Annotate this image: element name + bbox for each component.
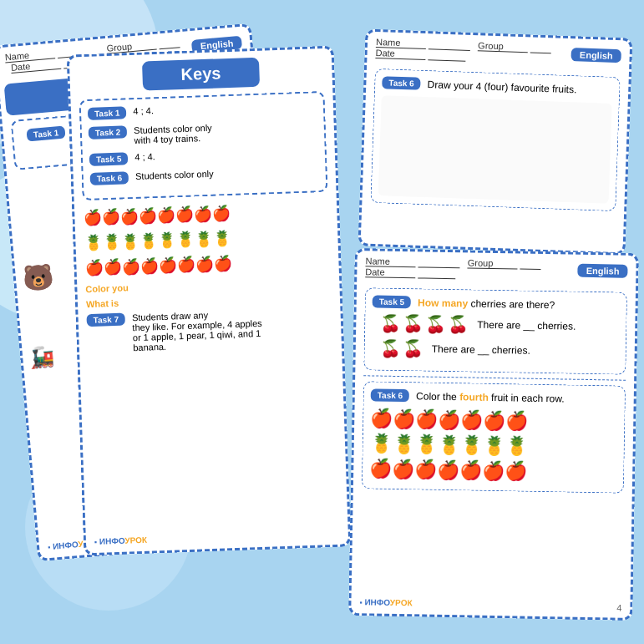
card-worksheet-3: Name Group Date English Task 6 Draw your… (358, 28, 633, 255)
cherry-row-1: 🍒🍒🍒🍒 There are __ cherries. (380, 313, 611, 337)
key-row-6: Task 6 Students color only (90, 165, 319, 185)
card3-task6-box: Task 6 Draw your 4 (four) favourite frui… (370, 68, 620, 211)
key-task2-text2: with 4 toy trains. (134, 133, 200, 145)
task5-badge-4: Task 5 (373, 295, 412, 308)
keys-title: Keys (142, 58, 260, 91)
task6-text1: Color the (416, 390, 459, 403)
card3-task6-row: Task 6 Draw your 4 (four) favourite frui… (382, 76, 612, 97)
english-badge-4: English (578, 264, 628, 278)
group-label-4: Group (468, 257, 518, 269)
task6-text2: fruit in each row. (491, 391, 565, 404)
card4-task6-row: Task 6 Color the fourth fruit in each ro… (371, 388, 618, 405)
key-task7-badge: Task 7 (86, 313, 125, 327)
key-task5-badge: Task 5 (89, 152, 129, 166)
key-task6-text: Students color only (135, 169, 214, 181)
page-number: 4 (616, 603, 621, 613)
card3-header: Name Group Date English (367, 32, 630, 73)
key-task7-text4: banana. (133, 342, 166, 352)
cherries-1: 🍒🍒🍒🍒 (380, 313, 470, 335)
cherry-text-2: There are __ cherries. (432, 343, 530, 357)
date-label-3: Date (375, 48, 425, 60)
how-many-text: How many (418, 297, 468, 309)
group-label-3: Group (478, 40, 528, 53)
name-label-4: Name (365, 256, 415, 267)
task6-text-3: Draw your 4 (four) favourite fruits. (428, 79, 577, 95)
task6-badge-4: Task 6 (371, 388, 410, 402)
train-decoration: 🚂 (28, 345, 55, 371)
card4-header: Name Group Date English (357, 251, 636, 287)
bear-decoration: 🐻 (21, 261, 54, 293)
key-task5-text: 4 ; 4. (134, 151, 155, 162)
task1-badge: Task 1 (26, 126, 66, 142)
card4-task6-box: Task 6 Color the fourth fruit in each ro… (362, 381, 626, 493)
english-badge-3: English (571, 48, 621, 63)
key-row-1: Task 1 4 ; 4. (88, 99, 317, 120)
cherry-text-1: There are __ cherries. (477, 319, 576, 332)
card-worksheet-4: Name Group Date English Task 5 How many … (348, 248, 639, 621)
cherries-2: 🍒🍒 (380, 338, 425, 359)
infoуроk-badge-4: ▪ ИНФОУРОК (359, 597, 412, 607)
cherry-row-2: 🍒🍒 There are __ cherries. (380, 338, 611, 363)
key-row-2: Task 2 Students color only with 4 toy tr… (89, 119, 318, 147)
keys-inner: Task 1 4 ; 4. Task 2 Students color only… (79, 91, 328, 200)
fourth-text: fourth (459, 391, 489, 403)
fruits-row-3: 🍎🍎🍎🍎🍎🍎🍎 (369, 456, 616, 485)
task5-text2: cherries are there? (470, 297, 555, 311)
key-task1-badge: Task 1 (88, 106, 127, 120)
card4-task5-row: Task 5 How many cherries are there? (373, 295, 620, 312)
divider (363, 375, 626, 380)
infoуроk-badge-2: ▪ ИНФОУРОК (94, 535, 147, 546)
key-row-5: Task 5 4 ; 4. (89, 145, 318, 166)
key-task2-badge: Task 2 (89, 125, 128, 139)
date-label-4: Date (365, 266, 415, 278)
drawing-area (378, 95, 612, 204)
key-task1-text: 4 ; 4. (133, 105, 154, 116)
key-task6-badge: Task 6 (90, 171, 129, 185)
task6-badge-3: Task 6 (382, 76, 421, 90)
card-keys: Keys Task 1 4 ; 4. Task 2 Students color… (67, 46, 352, 556)
card4-task5-box: Task 5 How many cherries are there? 🍒🍒🍒🍒… (363, 287, 627, 374)
key-row-7: Task 7 Students draw any they like. For … (78, 302, 342, 358)
